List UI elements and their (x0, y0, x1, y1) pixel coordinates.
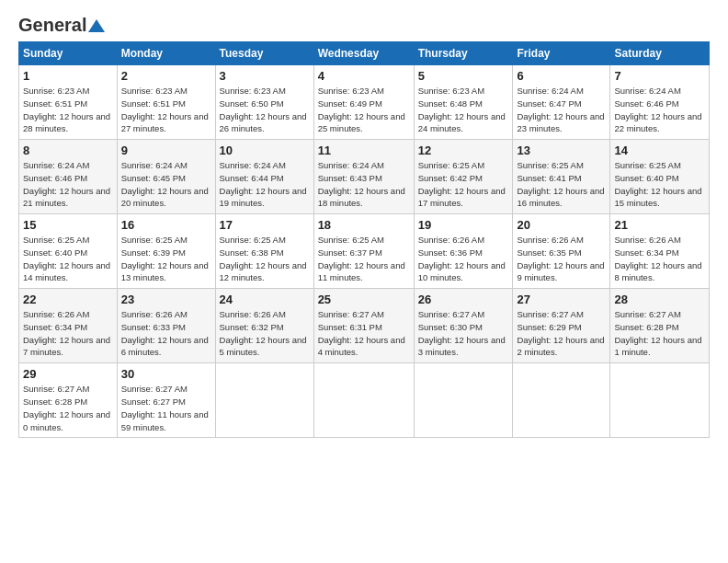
day-info: Sunrise: 6:27 AMSunset: 6:30 PMDaylight:… (418, 309, 506, 357)
day-info: Sunrise: 6:26 AMSunset: 6:34 PMDaylight:… (23, 309, 110, 357)
calendar-cell (513, 363, 610, 438)
day-number: 1 (23, 69, 113, 83)
day-info: Sunrise: 6:23 AMSunset: 6:51 PMDaylight:… (23, 86, 110, 133)
calendar-cell: 3Sunrise: 6:23 AMSunset: 6:50 PMDaylight… (215, 65, 313, 140)
day-number: 13 (517, 144, 606, 157)
day-info: Sunrise: 6:26 AMSunset: 6:35 PMDaylight:… (517, 235, 604, 282)
day-number: 11 (318, 144, 410, 157)
weekday-friday: Friday (513, 42, 610, 65)
day-info: Sunrise: 6:27 AMSunset: 6:28 PMDaylight:… (23, 384, 110, 431)
calendar-cell: 18Sunrise: 6:25 AMSunset: 6:37 PMDayligh… (313, 214, 414, 289)
day-number: 26 (418, 293, 509, 306)
weekday-sunday: Sunday (19, 42, 118, 65)
calendar-cell: 25Sunrise: 6:27 AMSunset: 6:31 PMDayligh… (313, 289, 414, 363)
day-info: Sunrise: 6:27 AMSunset: 6:31 PMDaylight:… (318, 309, 405, 357)
logo-icon (88, 17, 105, 34)
day-info: Sunrise: 6:27 AMSunset: 6:27 PMDaylight:… (121, 384, 209, 431)
day-info: Sunrise: 6:25 AMSunset: 6:41 PMDaylight:… (517, 160, 604, 208)
day-number: 17 (220, 218, 310, 232)
day-number: 25 (318, 293, 410, 306)
calendar-cell (313, 363, 414, 438)
calendar-cell: 12Sunrise: 6:25 AMSunset: 6:42 PMDayligh… (414, 140, 513, 214)
weekday-wednesday: Wednesday (313, 42, 414, 65)
day-info: Sunrise: 6:25 AMSunset: 6:39 PMDaylight:… (121, 235, 209, 282)
day-number: 23 (121, 293, 211, 306)
day-number: 9 (121, 144, 211, 157)
calendar-cell: 7Sunrise: 6:24 AMSunset: 6:46 PMDaylight… (610, 65, 710, 140)
day-number: 6 (517, 69, 606, 83)
weekday-tuesday: Tuesday (215, 42, 313, 65)
svg-marker-0 (88, 19, 105, 32)
logo: General (18, 15, 105, 32)
day-info: Sunrise: 6:23 AMSunset: 6:48 PMDaylight:… (418, 86, 506, 133)
day-number: 8 (23, 144, 113, 157)
calendar-cell: 24Sunrise: 6:26 AMSunset: 6:32 PMDayligh… (215, 289, 313, 363)
weekday-thursday: Thursday (414, 42, 513, 65)
calendar-cell: 20Sunrise: 6:26 AMSunset: 6:35 PMDayligh… (513, 214, 610, 289)
day-number: 20 (517, 218, 606, 232)
calendar-cell: 26Sunrise: 6:27 AMSunset: 6:30 PMDayligh… (414, 289, 513, 363)
calendar-cell (610, 363, 710, 438)
calendar-cell: 1Sunrise: 6:23 AMSunset: 6:51 PMDaylight… (19, 65, 118, 140)
calendar-cell: 15Sunrise: 6:25 AMSunset: 6:40 PMDayligh… (19, 214, 118, 289)
day-info: Sunrise: 6:25 AMSunset: 6:38 PMDaylight:… (220, 235, 307, 282)
day-info: Sunrise: 6:25 AMSunset: 6:37 PMDaylight:… (318, 235, 405, 282)
day-info: Sunrise: 6:25 AMSunset: 6:42 PMDaylight:… (418, 160, 506, 208)
week-row-4: 22Sunrise: 6:26 AMSunset: 6:34 PMDayligh… (19, 289, 710, 363)
day-number: 29 (23, 367, 113, 381)
header: General (18, 15, 710, 32)
calendar-cell (414, 363, 513, 438)
day-number: 24 (220, 293, 310, 306)
day-info: Sunrise: 6:23 AMSunset: 6:50 PMDaylight:… (220, 86, 307, 133)
calendar-cell: 19Sunrise: 6:26 AMSunset: 6:36 PMDayligh… (414, 214, 513, 289)
calendar-cell: 17Sunrise: 6:25 AMSunset: 6:38 PMDayligh… (215, 214, 313, 289)
calendar-cell: 8Sunrise: 6:24 AMSunset: 6:46 PMDaylight… (19, 140, 118, 214)
weekday-saturday: Saturday (610, 42, 710, 65)
calendar-cell: 11Sunrise: 6:24 AMSunset: 6:43 PMDayligh… (313, 140, 414, 214)
week-row-1: 1Sunrise: 6:23 AMSunset: 6:51 PMDaylight… (19, 65, 710, 140)
day-number: 28 (614, 293, 705, 306)
day-info: Sunrise: 6:25 AMSunset: 6:40 PMDaylight:… (23, 235, 110, 282)
calendar-cell: 28Sunrise: 6:27 AMSunset: 6:28 PMDayligh… (610, 289, 710, 363)
calendar-cell: 16Sunrise: 6:25 AMSunset: 6:39 PMDayligh… (117, 214, 215, 289)
week-row-2: 8Sunrise: 6:24 AMSunset: 6:46 PMDaylight… (19, 140, 710, 214)
calendar-cell: 9Sunrise: 6:24 AMSunset: 6:45 PMDaylight… (117, 140, 215, 214)
day-info: Sunrise: 6:27 AMSunset: 6:29 PMDaylight:… (517, 309, 604, 357)
day-number: 30 (121, 367, 211, 381)
day-number: 16 (121, 218, 211, 232)
day-info: Sunrise: 6:24 AMSunset: 6:43 PMDaylight:… (318, 160, 405, 208)
calendar-cell: 27Sunrise: 6:27 AMSunset: 6:29 PMDayligh… (513, 289, 610, 363)
day-number: 15 (23, 218, 113, 232)
calendar-cell: 21Sunrise: 6:26 AMSunset: 6:34 PMDayligh… (610, 214, 710, 289)
week-row-3: 15Sunrise: 6:25 AMSunset: 6:40 PMDayligh… (19, 214, 710, 289)
day-number: 12 (418, 144, 509, 157)
calendar-table: SundayMondayTuesdayWednesdayThursdayFrid… (18, 41, 710, 438)
day-number: 18 (318, 218, 410, 232)
weekday-header-row: SundayMondayTuesdayWednesdayThursdayFrid… (19, 42, 710, 65)
calendar-cell: 13Sunrise: 6:25 AMSunset: 6:41 PMDayligh… (513, 140, 610, 214)
day-number: 19 (418, 218, 509, 232)
calendar-cell: 2Sunrise: 6:23 AMSunset: 6:51 PMDaylight… (117, 65, 215, 140)
day-info: Sunrise: 6:26 AMSunset: 6:33 PMDaylight:… (121, 309, 209, 357)
weekday-monday: Monday (117, 42, 215, 65)
day-info: Sunrise: 6:26 AMSunset: 6:32 PMDaylight:… (220, 309, 307, 357)
calendar-cell: 22Sunrise: 6:26 AMSunset: 6:34 PMDayligh… (19, 289, 118, 363)
day-info: Sunrise: 6:24 AMSunset: 6:46 PMDaylight:… (23, 160, 110, 208)
calendar-cell: 6Sunrise: 6:24 AMSunset: 6:47 PMDaylight… (513, 65, 610, 140)
day-info: Sunrise: 6:25 AMSunset: 6:40 PMDaylight:… (614, 160, 701, 208)
calendar-cell: 29Sunrise: 6:27 AMSunset: 6:28 PMDayligh… (19, 363, 118, 438)
day-info: Sunrise: 6:26 AMSunset: 6:34 PMDaylight:… (614, 235, 701, 282)
calendar-cell: 4Sunrise: 6:23 AMSunset: 6:49 PMDaylight… (313, 65, 414, 140)
calendar-cell: 10Sunrise: 6:24 AMSunset: 6:44 PMDayligh… (215, 140, 313, 214)
day-info: Sunrise: 6:23 AMSunset: 6:49 PMDaylight:… (318, 86, 405, 133)
day-number: 10 (220, 144, 310, 157)
day-number: 21 (614, 218, 705, 232)
day-info: Sunrise: 6:26 AMSunset: 6:36 PMDaylight:… (418, 235, 506, 282)
day-info: Sunrise: 6:24 AMSunset: 6:45 PMDaylight:… (121, 160, 209, 208)
calendar-cell: 23Sunrise: 6:26 AMSunset: 6:33 PMDayligh… (117, 289, 215, 363)
calendar-cell (215, 363, 313, 438)
calendar-cell: 30Sunrise: 6:27 AMSunset: 6:27 PMDayligh… (117, 363, 215, 438)
day-number: 2 (121, 69, 211, 83)
day-info: Sunrise: 6:27 AMSunset: 6:28 PMDaylight:… (614, 309, 701, 357)
calendar-cell: 14Sunrise: 6:25 AMSunset: 6:40 PMDayligh… (610, 140, 710, 214)
